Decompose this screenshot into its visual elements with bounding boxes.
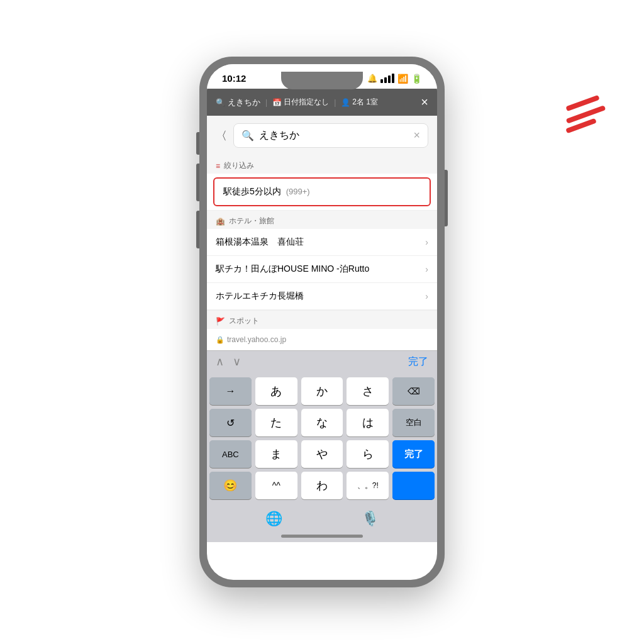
- battery-icon: 🔋: [411, 74, 422, 84]
- key-na[interactable]: な: [301, 409, 343, 436]
- home-indicator: [207, 530, 437, 542]
- chevron-right-icon-1: ›: [425, 237, 428, 247]
- person-icon: 👤: [341, 98, 350, 107]
- nav-up-button[interactable]: ∧: [216, 355, 224, 369]
- hotel-item-2[interactable]: 駅チカ！田んぼHOUSE MINO -泊Rutto ›: [207, 256, 437, 283]
- key-ya[interactable]: や: [301, 440, 343, 468]
- key-ma[interactable]: ま: [255, 440, 297, 468]
- power-button: [445, 170, 448, 226]
- key-wa[interactable]: わ: [301, 472, 343, 499]
- key-ka[interactable]: か: [301, 377, 343, 405]
- header-search-icon: 🔍: [216, 98, 225, 107]
- spot-label-text: スポット: [229, 316, 259, 326]
- chevron-right-icon-3: ›: [425, 291, 428, 301]
- header-guests[interactable]: 👤 2名 1室: [341, 97, 378, 108]
- status-time: 10:12: [222, 73, 246, 84]
- hotel-name-2: 駅チカ！田んぼHOUSE MINO -泊Rutto: [216, 264, 369, 275]
- toolbar-nav: ∧ ∨: [216, 355, 241, 369]
- filter-section-label: ≡ 絞り込み: [207, 155, 437, 174]
- header-search-pill[interactable]: 🔍 えきちか: [216, 97, 260, 108]
- key-undo[interactable]: ↺: [209, 409, 252, 436]
- filter-icon: ≡: [216, 162, 220, 170]
- globe-icon[interactable]: 🌐: [265, 511, 282, 527]
- key-delete[interactable]: ⌫: [392, 377, 435, 405]
- keyboard-bottom-bar: 🌐 🎙️: [207, 506, 437, 530]
- search-input[interactable]: えきちか: [259, 129, 408, 142]
- phone-frame: 10:12 🔔 📶 🔋 🔍 えきちか | 📅: [199, 57, 445, 587]
- key-ta[interactable]: た: [255, 409, 297, 436]
- browser-toolbar: ∧ ∨ 完了: [207, 350, 437, 372]
- volume-up-button: [196, 164, 199, 201]
- hotel-icon: 🏨: [216, 217, 225, 226]
- back-button[interactable]: 〈: [216, 128, 227, 143]
- keyboard-row-4: 😊 ^^ わ 、。?!: [209, 472, 435, 499]
- spot-section-label: 🚩 スポット: [207, 310, 437, 329]
- key-done-blue-2[interactable]: [392, 472, 435, 499]
- filter-count: (999+): [286, 187, 310, 196]
- status-icons: 🔔 📶 🔋: [367, 74, 422, 84]
- notch: [281, 72, 363, 89]
- header-date-text: 日付指定なし: [284, 97, 329, 108]
- header-search-text: えきちか: [228, 97, 260, 108]
- nav-down-button[interactable]: ∨: [233, 355, 241, 369]
- search-box[interactable]: 🔍 えきちか ×: [233, 123, 428, 148]
- spot-flag-icon: 🚩: [216, 317, 225, 326]
- hotel-section-label: 🏨 ホテル・旅館: [207, 210, 437, 229]
- key-emoji[interactable]: 😊: [209, 472, 252, 499]
- chevron-right-icon-2: ›: [425, 264, 428, 274]
- key-dakuten[interactable]: ^^: [255, 472, 297, 499]
- app-header: 🔍 えきちか | 📅 日付指定なし | 👤 2名 1室 ×: [207, 89, 437, 116]
- japanese-keyboard: → あ か さ ⌫ ↺ た な は 空白 ABC ま や ら 完了: [207, 372, 437, 506]
- keyboard-row-1: → あ か さ ⌫: [209, 377, 435, 405]
- key-ha[interactable]: は: [347, 409, 389, 436]
- key-ra[interactable]: ら: [347, 440, 389, 468]
- keyboard-row-2: ↺ た な は 空白: [209, 409, 435, 436]
- filter-highlight-text: 駅徒歩5分以内 (999+): [223, 186, 421, 197]
- key-a[interactable]: あ: [255, 377, 297, 405]
- hotel-name-3: ホテルエキチカ長堀橋: [216, 291, 304, 302]
- home-line: [281, 535, 363, 538]
- lock-icon: 🔒: [216, 336, 225, 344]
- signal-icon: [380, 74, 394, 83]
- keyboard-row-3: ABC ま や ら 完了: [209, 440, 435, 468]
- header-date[interactable]: 📅 日付指定なし: [272, 97, 329, 108]
- header-guests-text: 2名 1室: [352, 97, 378, 108]
- toolbar-done-button[interactable]: 完了: [408, 355, 428, 369]
- hotel-name-1: 箱根湯本温泉 喜仙荘: [216, 236, 304, 248]
- spot-url-row: 🔒 travel.yahoo.co.jp: [207, 329, 437, 350]
- mute-button: [196, 132, 199, 155]
- filter-highlight-row[interactable]: 駅徒歩5分以内 (999+): [213, 177, 431, 206]
- wifi-icon: 📶: [397, 74, 408, 84]
- key-sa[interactable]: さ: [347, 377, 389, 405]
- close-button[interactable]: ×: [421, 95, 428, 109]
- key-abc[interactable]: ABC: [209, 440, 252, 468]
- red-accent-lines: [565, 101, 606, 135]
- search-area: 〈 🔍 えきちか ×: [207, 116, 437, 155]
- key-space[interactable]: 空白: [392, 409, 435, 436]
- phone-screen: 10:12 🔔 📶 🔋 🔍 えきちか | 📅: [207, 64, 437, 580]
- notification-bell-icon: 🔔: [367, 74, 377, 83]
- calendar-icon: 📅: [272, 98, 282, 107]
- key-arrow[interactable]: →: [209, 377, 252, 405]
- search-icon: 🔍: [242, 130, 254, 142]
- clear-search-button[interactable]: ×: [413, 129, 420, 142]
- volume-down-button: [196, 211, 199, 248]
- key-punct[interactable]: 、。?!: [347, 472, 389, 499]
- mic-icon[interactable]: 🎙️: [362, 511, 379, 527]
- hotel-item-1[interactable]: 箱根湯本温泉 喜仙荘 ›: [207, 229, 437, 256]
- key-done-blue[interactable]: 完了: [392, 440, 435, 468]
- header-divider: |: [265, 98, 267, 107]
- hotel-section-text: ホテル・旅館: [229, 216, 274, 226]
- hotel-item-3[interactable]: ホテルエキチカ長堀橋 ›: [207, 283, 437, 310]
- header-divider-2: |: [334, 98, 336, 107]
- filter-label-text: 絞り込み: [224, 160, 254, 171]
- spot-url-text: travel.yahoo.co.jp: [227, 335, 286, 344]
